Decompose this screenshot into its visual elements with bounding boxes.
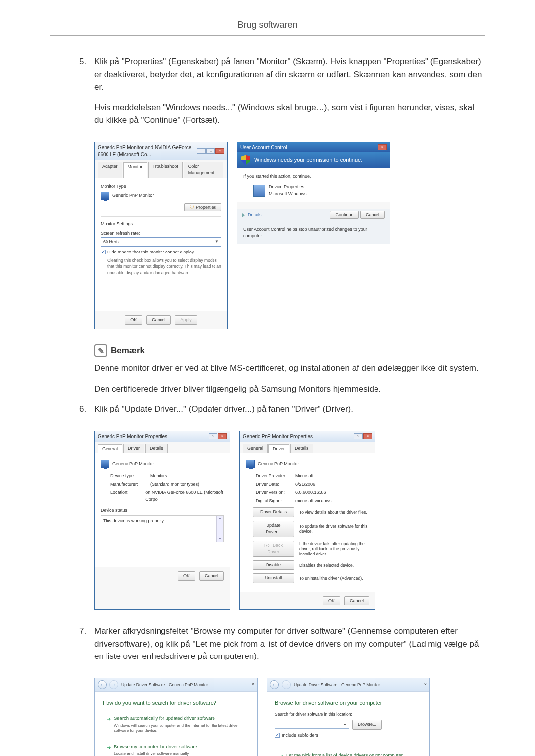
path-input[interactable]: ▼ <box>275 721 349 729</box>
step-6-figures: Generic PnP Monitor Properties ? × Gener… <box>94 431 485 610</box>
step-5: 5. Klik på "Properties" (Egenskaber) på … <box>94 55 485 329</box>
step-7-text: Marker afkrydsningsfeltet "Browse my com… <box>94 625 485 663</box>
back-button[interactable]: ← <box>98 680 107 689</box>
close-button[interactable]: × <box>363 433 372 439</box>
dialog-update-driver-search: ← → Update Driver Software - Generic PnP… <box>94 678 258 756</box>
include-subfolders-label: Include subfolders <box>282 733 318 739</box>
ok-button[interactable]: OK <box>323 596 340 606</box>
dialog-device-properties-driver: Generic PnP Monitor Properties ? × Gener… <box>239 431 375 610</box>
cancel-button[interactable]: Cancel <box>146 315 171 325</box>
arrow-icon: ➔ <box>279 752 283 756</box>
refresh-rate-dropdown[interactable]: 60 Hertz ▼ <box>101 237 221 247</box>
browse-button[interactable]: Browse... <box>352 720 382 730</box>
uac-footer-text: User Account Control helps stop unauthor… <box>237 222 390 244</box>
tab-monitor[interactable]: Monitor <box>123 162 147 178</box>
instruction-list: 5. Klik på "Properties" (Egenskaber) på … <box>50 55 485 329</box>
include-subfolders-checkbox[interactable] <box>275 733 280 738</box>
ok-button[interactable]: OK <box>178 571 195 581</box>
step-5-text-1: Klik på "Properties" (Egenskaber) på fan… <box>94 55 485 94</box>
monitor-icon <box>101 192 109 200</box>
device-type-value: Monitors <box>150 473 167 480</box>
document-page: Brug softwaren 5. Klik på "Properties" (… <box>0 20 535 756</box>
device-name: Generic PnP Monitor <box>258 461 299 468</box>
step-number: 5. <box>79 55 86 68</box>
option-browse-computer[interactable]: ➔ Browse my computer for driver software… <box>103 740 249 756</box>
driver-date-label: Driver Date: <box>256 481 290 488</box>
minimize-button[interactable]: – <box>197 148 206 154</box>
close-button[interactable]: × <box>252 681 254 688</box>
step-7: 7. Marker afkrydsningsfeltet "Browse my … <box>94 625 485 756</box>
window-title: User Account Control <box>240 144 287 151</box>
uac-intro: If you started this action, continue. <box>243 173 384 180</box>
hide-modes-desc: Clearing this check box allows you to se… <box>107 257 221 276</box>
monitor-type-label: Monitor Type <box>101 183 221 190</box>
close-button[interactable]: × <box>378 144 387 150</box>
help-button[interactable]: ? <box>209 433 217 439</box>
tab-general[interactable]: General <box>243 444 268 453</box>
dialog-monitor-properties: Generic PnP Monitor and NVIDIA GeForce 6… <box>94 142 228 330</box>
tab-details[interactable]: Details <box>290 444 313 453</box>
device-type-label: Device type: <box>110 473 145 480</box>
uninstall-desc: To uninstall the driver (Advanced). <box>299 576 369 581</box>
monitor-icon <box>101 460 109 468</box>
close-button[interactable]: × <box>424 681 427 688</box>
driver-details-button[interactable]: Driver Details <box>253 507 294 517</box>
window-title: Generic PnP Monitor and NVIDIA GeForce 6… <box>98 144 197 158</box>
cancel-button[interactable]: Cancel <box>199 571 224 581</box>
disable-button[interactable]: Disable <box>253 560 294 570</box>
manufacturer-value: (Standard monitor types) <box>150 481 199 488</box>
dialog-uac: User Account Control × Windows needs you… <box>237 142 390 244</box>
arrow-icon: ➔ <box>107 715 111 723</box>
tab-driver[interactable]: Driver <box>123 444 144 453</box>
update-driver-button[interactable]: Update Driver... <box>253 521 294 537</box>
option-pick-from-list[interactable]: ➔ Let me pick from a list of device driv… <box>275 748 422 756</box>
tabs: Adapter Monitor Troubleshoot Color Manag… <box>95 160 227 178</box>
maximize-button[interactable]: □ <box>206 148 215 154</box>
close-button[interactable]: × <box>215 148 224 154</box>
step-number: 7. <box>79 625 86 638</box>
tab-color-management[interactable]: Color Management <box>184 162 223 178</box>
breadcrumb: Update Driver Software - Generic PnP Mon… <box>121 682 208 688</box>
close-button[interactable]: × <box>218 433 227 439</box>
dialog-body: Monitor Type Generic PnP Monitor 🛡 Prope… <box>95 178 227 311</box>
cancel-button[interactable]: Cancel <box>344 596 369 606</box>
option-search-automatically[interactable]: ➔ Search automatically for updated drive… <box>103 711 249 736</box>
device-status-label: Device status <box>101 507 224 514</box>
back-button[interactable]: ← <box>270 680 279 689</box>
wizard-heading: Browse for driver software on your compu… <box>275 699 422 707</box>
note-text-1: Denne monitor driver er ved at blive MS-… <box>50 362 485 375</box>
titlebar: Generic PnP Monitor Properties ? × <box>95 431 230 442</box>
window-title: Generic PnP Monitor Properties <box>243 433 313 440</box>
properties-button[interactable]: 🛡 Properties <box>184 203 221 211</box>
step-number: 6. <box>79 403 86 416</box>
rollback-driver-button[interactable]: Roll Back Driver <box>253 541 294 557</box>
tab-general[interactable]: General <box>98 444 122 454</box>
step-6: 6. Klik på "Update Driver..." (Opdater d… <box>94 403 485 610</box>
page-header-title: Brug softwaren <box>50 20 485 36</box>
chevron-down-icon: ▼ <box>215 239 219 245</box>
driver-date-value: 6/21/2006 <box>295 481 315 488</box>
help-button[interactable]: ? <box>354 433 363 439</box>
window-title: Generic PnP Monitor Properties <box>98 433 167 440</box>
apply-button[interactable]: Apply <box>175 315 197 325</box>
uninstall-button[interactable]: Uninstall <box>253 573 294 583</box>
uac-app-name: Device Properties <box>269 184 307 191</box>
digital-signer-label: Digital Signer: <box>256 498 290 504</box>
monitor-settings-label: Monitor Settings <box>101 221 221 228</box>
forward-button: → <box>282 680 291 689</box>
tab-adapter[interactable]: Adapter <box>98 162 122 178</box>
scrollbar[interactable]: ▲▼ <box>216 516 223 542</box>
tab-driver[interactable]: Driver <box>268 444 289 454</box>
details-expander[interactable]: Details <box>242 212 262 219</box>
application-icon <box>253 185 265 197</box>
cancel-button[interactable]: Cancel <box>360 211 385 219</box>
ok-button[interactable]: OK <box>125 315 142 325</box>
tab-details[interactable]: Details <box>145 444 168 453</box>
hide-modes-checkbox[interactable] <box>101 250 106 254</box>
continue-button[interactable]: Continue <box>330 211 359 219</box>
monitor-icon <box>246 460 255 468</box>
driver-provider-value: Microsoft <box>295 473 314 480</box>
uac-heading: Windows needs your permission to continu… <box>254 156 362 164</box>
tab-troubleshoot[interactable]: Troubleshoot <box>148 162 183 178</box>
step-7-figures: ← → Update Driver Software - Generic PnP… <box>94 678 485 756</box>
